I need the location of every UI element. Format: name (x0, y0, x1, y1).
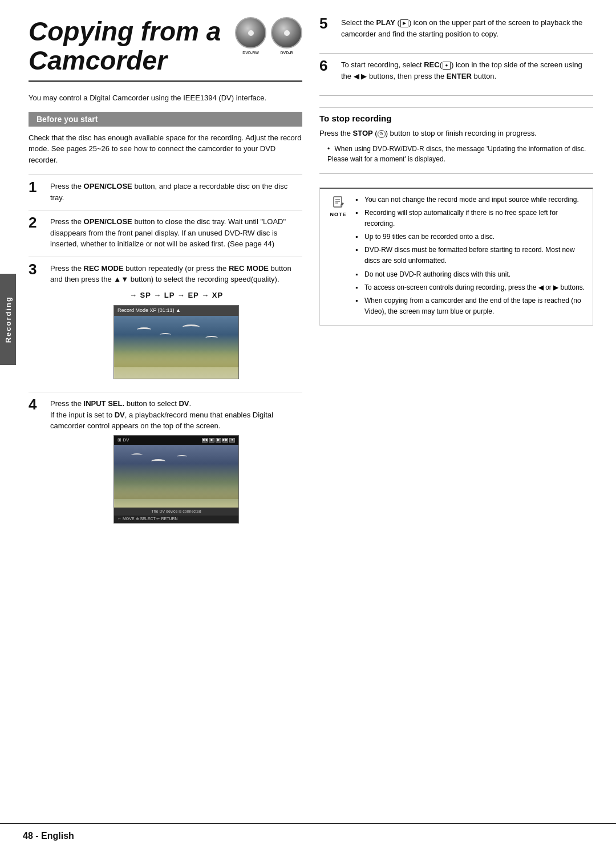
main-content: Copying from a Camcorder DVD-RW DVD-R (0, 0, 616, 823)
dv-btn-3: ▶ (216, 438, 221, 443)
step-1-number: 1 (29, 180, 46, 194)
step-2: 2 Press the OPEN/CLOSE button to close t… (29, 210, 302, 250)
step-3-bold3: ▲▼ (114, 275, 128, 283)
page: Recording Copying from a Camcorder DVD-R… (0, 0, 616, 848)
note-box: NOTE ▪ You can not change the record mod… (319, 188, 593, 326)
rec-mode-img (114, 316, 238, 379)
note-item-3: ▪ Up to 99 titles can be recorded onto a… (355, 232, 586, 242)
side-recording-tab: Recording (0, 274, 16, 365)
note-text-4: DVD-RW discs must be formatted before st… (364, 245, 586, 266)
dv-connected-text: The DV device is connected (151, 509, 201, 513)
left-column: Copying from a Camcorder DVD-RW DVD-R (29, 17, 302, 812)
seagull-4 (205, 336, 218, 340)
divider-3 (319, 173, 593, 174)
stop-icon: ⊙ (378, 130, 386, 138)
step-4-content: Press the INPUT SEL. button to select DV… (50, 398, 302, 529)
water-reflection (114, 350, 238, 367)
rec-icon: ● (443, 62, 451, 70)
note-text-3: Up to 99 titles can be recorded onto a d… (364, 232, 495, 242)
note-icon-area: NOTE (327, 194, 350, 320)
seagull-2 (160, 333, 171, 336)
note-item-5: ▪ Do not use DVD-R authoring discs with … (355, 269, 586, 280)
dvd-r-label: DVD-R (280, 51, 293, 55)
before-start-text: Check that the disc has enough available… (29, 132, 302, 166)
note-item-2: ▪ Recording will stop automatically if t… (355, 208, 586, 229)
dv-water (114, 485, 238, 499)
dv-btn-2: ■ (209, 438, 214, 443)
dvd-r-wrapper: DVD-R (271, 17, 302, 55)
divider-2 (319, 95, 593, 96)
step-1-bold: OPEN/CLOSE (84, 182, 132, 190)
dv-top-bar: ⊞ DV ◀◀ ■ ▶ ▶▶ ● (114, 436, 238, 445)
rec-mode-bar: Record Mode XP (01:11) ▲ (114, 306, 238, 316)
step-4-bold3: DV (115, 411, 125, 419)
note-item-7: ▪ When copying from a camcorder and the … (355, 295, 586, 317)
rec-mode-label: Record Mode XP (01:11) ▲ (117, 307, 181, 315)
step-3-content: Press the REC MODE button repeatedly (or… (50, 263, 302, 386)
disc-images: DVD-RW DVD-R (235, 17, 302, 55)
note-text-7: When copying from a camcorder and the en… (364, 295, 586, 317)
step-4: 4 Press the INPUT SEL. button to select … (29, 392, 302, 529)
seagull-3 (183, 324, 200, 330)
dv-btn-5: ● (229, 438, 235, 443)
note-text-5: Do not use DVD-R authoring discs with th… (364, 269, 510, 280)
note-text-2: Recording will stop automatically if the… (364, 208, 586, 229)
to-stop-heading: To stop recording (319, 113, 593, 123)
title-section: Copying from a Camcorder DVD-RW DVD-R (29, 17, 302, 82)
note-bullet-1: ▪ (355, 194, 362, 205)
right-step-5-content: Select the PLAY (▶) icon on the upper pa… (341, 17, 593, 39)
step-2-number: 2 (29, 215, 46, 230)
step-1: 1 Press the OPEN/CLOSE button, and place… (29, 175, 302, 203)
dv-seagull-2 (151, 459, 165, 464)
dv-controls: ◀◀ ■ ▶ ▶▶ ● (202, 438, 235, 443)
note-item-6: ▪ To access on-screen controls during re… (355, 282, 586, 293)
dv-nav-text: ↔ MOVE ⊕ SELECT ↩ RETURN (117, 516, 178, 522)
note-label: NOTE (330, 212, 346, 217)
step-2-bold1: OPEN/CLOSE (84, 217, 132, 226)
dv-label: ⊞ DV (117, 437, 129, 444)
play-icon: ▶ (400, 19, 408, 27)
step-1-content: Press the OPEN/CLOSE button, and place a… (50, 181, 302, 203)
divider-1 (319, 53, 593, 54)
note-bullet-3: ▪ (355, 232, 362, 242)
note-bullet-2: ▪ (355, 208, 362, 218)
step-3-number: 3 (29, 262, 46, 277)
step5-bold: PLAY (376, 18, 395, 27)
right-step-6-number: 6 (319, 58, 337, 73)
note-bullet-7: ▪ (355, 295, 362, 306)
dv-bottom-bar: The DV device is connected (114, 508, 238, 516)
step-4-bold1: INPUT SEL. (84, 399, 125, 408)
step-4-bold2: DV (179, 399, 189, 408)
dv-seagull-1 (131, 453, 143, 457)
right-step-5: 5 Select the PLAY (▶) icon on the upper … (319, 17, 593, 39)
dvd-rw-disc (235, 17, 266, 48)
step-2-content: Press the OPEN/CLOSE button to close the… (50, 216, 302, 250)
mode-line: → SP → LP → EP → XP (50, 290, 302, 301)
right-step-6: 6 To start recording, select REC(●) icon… (319, 59, 593, 82)
to-stop-text: Press the STOP (⊙) button to stop or fin… (319, 128, 593, 139)
note-content: ▪ You can not change the record mode and… (355, 194, 586, 320)
right-step-6-content: To start recording, select REC(●) icon i… (341, 59, 593, 82)
note-bullet-6: ▪ (355, 282, 362, 293)
note-item-1: ▪ You can not change the record mode and… (355, 194, 586, 205)
note-bullet-5: ▪ (355, 269, 362, 280)
before-start-heading: Before you start (29, 112, 302, 127)
note-text-1: You can not change the record mode and i… (364, 194, 579, 205)
step-3-bold2: REC MODE (229, 264, 269, 273)
to-stop-bullet: When using DVD-RW/DVD-R discs, the messa… (319, 144, 593, 164)
note-item-4: ▪ DVD-RW discs must be formatted before … (355, 245, 586, 266)
dv-nav-bar: ↔ MOVE ⊕ SELECT ↩ RETURN (114, 516, 238, 523)
note-pencil-icon (330, 194, 346, 210)
dv-btn-4: ▶▶ (222, 438, 228, 443)
step-4-number: 4 (29, 397, 46, 412)
right-column: 5 Select the PLAY (▶) icon on the upper … (319, 17, 593, 812)
right-step-5-number: 5 (319, 16, 337, 31)
note-text-6: To access on-screen controls during reco… (364, 282, 585, 293)
footer: 48 - English (0, 823, 616, 848)
svg-rect-0 (334, 197, 342, 207)
dvd-r-disc (271, 17, 302, 48)
seagull-1 (137, 327, 151, 332)
dv-btn-1: ◀◀ (202, 438, 208, 443)
dv-screenshot: ⊞ DV ◀◀ ■ ▶ ▶▶ ● (114, 435, 239, 524)
note-bullet-4: ▪ (355, 245, 362, 255)
